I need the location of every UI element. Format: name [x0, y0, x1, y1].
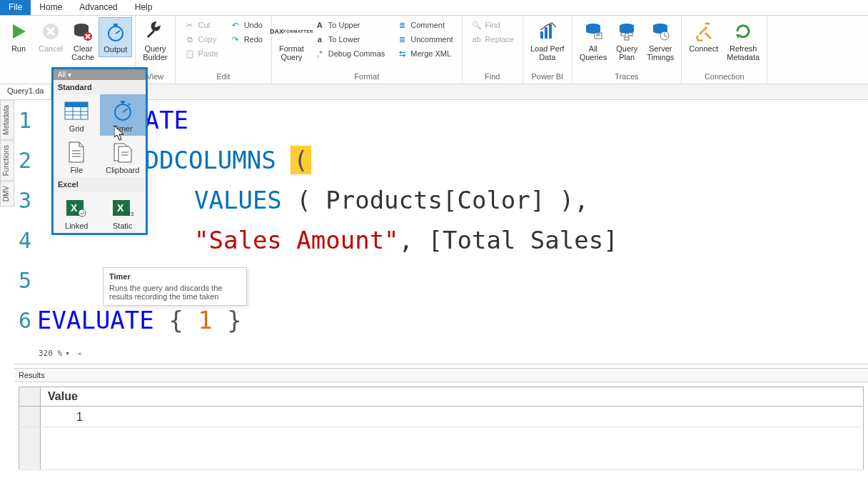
search-icon: 🔍 [471, 19, 483, 31]
results-panel-header[interactable]: Results [14, 369, 868, 382]
svg-rect-8 [540, 31, 543, 39]
server-timings-icon [649, 20, 672, 43]
redo-icon: ↷ [230, 34, 241, 45]
svg-rect-9 [545, 27, 547, 39]
chevron-down-icon: ▾ [65, 349, 70, 358]
svg-line-7 [116, 31, 120, 34]
menu-home[interactable]: Home [31, 0, 71, 15]
menu-help[interactable]: Help [126, 0, 161, 15]
svg-text:123: 123 [124, 211, 134, 217]
file-icon [62, 140, 91, 164]
grid-icon [62, 99, 91, 123]
connect-button[interactable]: Connect [685, 17, 722, 56]
refresh-icon [732, 20, 755, 43]
run-button[interactable]: Run [3, 17, 34, 56]
cancel-icon [39, 20, 62, 43]
comment-icon: ≣ [396, 19, 408, 31]
svg-point-42 [79, 209, 86, 216]
output-file[interactable]: File [54, 136, 100, 177]
query-plan-button[interactable]: Query Plan [611, 17, 642, 64]
wrench-icon [143, 20, 166, 43]
menu-advanced[interactable]: Advanced [71, 0, 126, 15]
redo-button[interactable]: ↷Redo [228, 33, 264, 46]
cell-value[interactable]: 1 [41, 407, 864, 427]
column-header-value[interactable]: Value [41, 387, 864, 407]
output-timer[interactable]: Timer [100, 94, 146, 136]
undo-button[interactable]: ↶Undo [228, 19, 264, 31]
lowercase-icon: a [314, 34, 326, 45]
tooltip: Timer Runs the query and discards the re… [103, 267, 247, 306]
replace-button[interactable]: abReplace [470, 33, 515, 46]
comma-icon: ,* [314, 48, 326, 59]
output-linked[interactable]: X Linked [54, 191, 100, 233]
connection-group-label: Connection [685, 71, 764, 84]
play-icon [7, 20, 30, 43]
svg-rect-18 [625, 37, 629, 40]
metadata-tab[interactable]: Metadata [0, 100, 14, 140]
perf-icon [536, 20, 559, 43]
timer-icon [104, 21, 127, 44]
functions-tab[interactable]: Functions [0, 140, 14, 181]
merge-xml-button[interactable]: ⇆Merge XML [395, 47, 454, 60]
copy-button[interactable]: ⧉Copy [183, 33, 220, 46]
connect-icon [692, 20, 715, 43]
svg-rect-25 [65, 102, 88, 107]
to-lower-button[interactable]: aTo Lower [313, 33, 386, 46]
query-plan-icon [615, 20, 638, 43]
comment-button[interactable]: ≣Comment [395, 19, 454, 31]
svg-text:X: X [117, 202, 124, 214]
dropdown-section-excel: Excel [54, 177, 146, 191]
all-queries-button[interactable]: All Queries [575, 17, 612, 64]
clipboard-icon [108, 140, 137, 164]
tooltip-title: Timer [109, 272, 241, 281]
refresh-metadata-button[interactable]: Refresh Metadata [722, 17, 764, 64]
cut-button[interactable]: ✂Cut [183, 19, 220, 31]
svg-rect-17 [628, 33, 632, 36]
clear-cache-button[interactable]: Clear Cache [67, 17, 99, 64]
zoom-level[interactable]: 320 %▾◂ [39, 349, 81, 358]
dropdown-all[interactable]: All ▾ [54, 69, 146, 80]
load-perf-data-button[interactable]: Load Perf Data [526, 17, 569, 64]
excel-linked-icon: X [62, 196, 91, 220]
dropdown-section-standard: Standard [54, 80, 146, 94]
excel-static-icon: X123 [108, 196, 137, 220]
cancel-button[interactable]: Cancel [34, 17, 67, 56]
powerbi-group-label: Power BI [526, 71, 569, 84]
output-grid[interactable]: Grid [54, 94, 100, 136]
dax-formatter-icon: DAXFORMATTER [280, 20, 303, 43]
find-button[interactable]: 🔍Find [470, 19, 515, 31]
menu-file[interactable]: File [0, 0, 31, 15]
dmv-tab[interactable]: DMV [0, 181, 14, 206]
to-upper-button[interactable]: ATo Upper [313, 19, 386, 31]
timer-icon [108, 99, 137, 123]
svg-line-33 [123, 109, 128, 112]
replace-icon: ab [471, 34, 483, 45]
document-tab[interactable]: Query1.da [0, 84, 51, 99]
cut-icon: ✂ [184, 19, 196, 31]
paste-button[interactable]: 📋Paste [183, 47, 220, 60]
debug-commas-button[interactable]: ,*Debug Commas [313, 47, 386, 60]
results-grid[interactable]: Value 1 [19, 387, 864, 470]
format-group-label: Format [275, 71, 459, 84]
uppercase-icon: A [314, 19, 326, 31]
database-clear-icon [71, 20, 94, 43]
undo-icon: ↶ [230, 19, 241, 31]
copy-icon: ⧉ [184, 34, 196, 45]
svg-rect-10 [549, 24, 552, 39]
output-clipboard[interactable]: Clipboard [100, 136, 146, 177]
svg-rect-16 [621, 33, 625, 36]
svg-point-34 [128, 104, 130, 106]
format-query-button[interactable]: DAXFORMATTER Format Query [275, 17, 308, 64]
output-button[interactable]: Output [99, 17, 132, 57]
merge-icon: ⇆ [396, 48, 408, 59]
svg-rect-31 [121, 101, 125, 103]
output-static[interactable]: X123 Static [100, 191, 146, 233]
server-timings-button[interactable]: Server Timings [642, 17, 678, 64]
traces-group-label: Traces [575, 71, 679, 84]
find-group-label: Find [465, 71, 520, 84]
edit-group-label: Edit [178, 71, 268, 84]
query-builder-button[interactable]: Query Builder [138, 17, 171, 64]
output-dropdown: All ▾ Standard Grid Timer File Clipboard… [51, 67, 148, 235]
uncomment-button[interactable]: ≣Uncomment [395, 33, 454, 46]
scroll-left-icon[interactable]: ◂ [77, 349, 82, 358]
